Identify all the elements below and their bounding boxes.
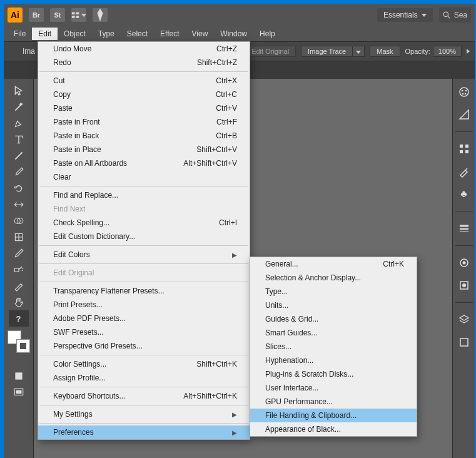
pref-menu-item[interactable]: Selection & Anchor Display...: [250, 271, 417, 285]
edit-menu-item: Find Next: [38, 202, 250, 216]
edit-menu-item[interactable]: Undo MoveCtrl+Z: [38, 42, 250, 56]
edit-menu-item[interactable]: Adobe PDF Presets...: [38, 312, 250, 325]
menu-item-label: My Settings: [53, 410, 93, 419]
arrange-documents-button[interactable]: [71, 8, 86, 22]
tool-symbol-sprayer[interactable]: [9, 262, 29, 278]
workspace-switcher[interactable]: Essentials: [377, 8, 433, 22]
edit-menu-item[interactable]: Paste in PlaceShift+Ctrl+V: [38, 143, 250, 156]
panel-swatches-icon[interactable]: [457, 142, 471, 156]
menu-file[interactable]: File: [8, 28, 32, 40]
edit-menu-item[interactable]: My Settings▶: [38, 407, 250, 421]
menu-object[interactable]: Object: [58, 28, 92, 40]
edit-menu-item[interactable]: Keyboard Shortcuts...Alt+Shift+Ctrl+K: [38, 389, 250, 403]
image-trace-button[interactable]: Image Trace: [301, 46, 365, 57]
panel-appearance-icon[interactable]: [457, 256, 471, 270]
tool-slice[interactable]: [9, 278, 29, 294]
menu-item-label: Paste on All Artboards: [53, 159, 127, 168]
menu-item-shortcut: Shift+Ctrl+Z: [197, 58, 237, 67]
pref-menu-item[interactable]: GPU Performance...: [250, 395, 417, 409]
edit-menu-item[interactable]: CopyCtrl+C: [38, 88, 250, 101]
menu-item-shortcut: Ctrl+Z: [216, 44, 237, 53]
gpu-button[interactable]: [93, 8, 108, 22]
edit-menu-item[interactable]: Edit Colors▶: [38, 248, 250, 262]
edit-menu-item[interactable]: Transparency Flattener Presets...: [38, 284, 250, 298]
menu-window[interactable]: Window: [214, 28, 253, 40]
pref-menu-item[interactable]: User Interface...: [250, 381, 417, 395]
pref-menu-item[interactable]: Slices...: [250, 340, 417, 354]
tool-hand[interactable]: [9, 294, 29, 310]
menu-item-label: Guides & Grid...: [265, 315, 318, 323]
panel-symbols-icon[interactable]: ♣: [457, 187, 471, 201]
opacity-value[interactable]: 100%: [433, 46, 462, 57]
pref-menu-item[interactable]: Smart Guides...: [250, 326, 417, 340]
stroke-swatch[interactable]: [16, 339, 30, 353]
panel-brushes-icon[interactable]: [457, 165, 471, 178]
menu-effect[interactable]: Effect: [154, 28, 185, 40]
edit-menu-item[interactable]: Print Presets...: [38, 298, 250, 312]
edit-menu-item[interactable]: Check Spelling...Ctrl+I: [38, 216, 250, 230]
edit-original-button[interactable]: Edit Original: [245, 46, 296, 57]
bridge-button[interactable]: Br: [29, 8, 44, 22]
menu-item-shortcut: Ctrl+X: [216, 76, 237, 85]
tool-paintbrush[interactable]: [9, 164, 29, 180]
tool-screen-mode[interactable]: [9, 384, 29, 400]
tool-pen[interactable]: [9, 115, 29, 131]
pref-menu-item[interactable]: General...Ctrl+K: [250, 257, 417, 271]
edit-menu-item[interactable]: SWF Presets...: [38, 325, 250, 339]
pref-menu-item[interactable]: Units...: [250, 298, 417, 312]
panel-layers-icon[interactable]: [457, 313, 471, 327]
pref-menu-item[interactable]: Guides & Grid...: [250, 312, 417, 326]
tool-shape-builder[interactable]: [9, 213, 29, 229]
edit-menu-item[interactable]: RedoShift+Ctrl+Z: [38, 56, 250, 69]
edit-menu-item[interactable]: Paste on All ArtboardsAlt+Shift+Ctrl+V: [38, 156, 250, 170]
edit-menu-item[interactable]: Clear: [38, 170, 250, 184]
menu-item-label: Check Spelling...: [53, 218, 109, 227]
tool-type[interactable]: [9, 131, 29, 148]
pref-menu-item[interactable]: File Handling & Clipboard...: [250, 409, 417, 422]
tool-help[interactable]: ?: [9, 310, 29, 327]
opacity-control[interactable]: Opacity: 100%: [405, 46, 462, 57]
tool-draw-normal[interactable]: [9, 368, 29, 384]
tool-selection[interactable]: [9, 83, 29, 99]
tool-width[interactable]: [9, 196, 29, 213]
edit-menu-item[interactable]: PasteCtrl+V: [38, 101, 250, 115]
tool-mesh[interactable]: [9, 229, 29, 245]
panel-color-guide-icon[interactable]: [457, 108, 471, 121]
panel-color-icon[interactable]: [457, 85, 471, 99]
chevron-down-icon: [356, 51, 361, 54]
mask-button[interactable]: Mask: [370, 46, 400, 57]
tool-line[interactable]: [9, 148, 29, 164]
edit-menu-item[interactable]: Paste in BackCtrl+B: [38, 129, 250, 143]
edit-menu-item[interactable]: Assign Profile...: [38, 371, 250, 385]
stock-button[interactable]: St: [50, 8, 65, 22]
tool-magic-wand[interactable]: [9, 99, 29, 115]
search-box[interactable]: Sea: [439, 8, 471, 23]
menu-view[interactable]: View: [186, 28, 215, 40]
menu-select[interactable]: Select: [121, 28, 154, 40]
menu-type[interactable]: Type: [92, 28, 121, 40]
panel-graphic-styles-icon[interactable]: [457, 278, 471, 292]
color-swatches[interactable]: [6, 329, 31, 354]
menu-help[interactable]: Help: [253, 28, 281, 40]
tool-eyedropper[interactable]: [9, 245, 29, 262]
pref-menu-item[interactable]: Plug-ins & Scratch Disks...: [250, 367, 417, 381]
pref-menu-item[interactable]: Type...: [250, 285, 417, 298]
svg-line-6: [15, 152, 22, 159]
edit-menu-item[interactable]: Preferences▶: [38, 425, 250, 439]
tool-rotate[interactable]: [9, 180, 29, 196]
edit-menu-item[interactable]: Perspective Grid Presets...: [38, 339, 250, 353]
edit-menu-item[interactable]: CutCtrl+X: [38, 74, 250, 88]
submenu-arrow-icon: ▶: [232, 411, 237, 418]
panel-artboards-icon[interactable]: [457, 335, 471, 349]
edit-menu-item[interactable]: Edit Custom Dictionary...: [38, 230, 250, 243]
edit-menu-item[interactable]: Find and Replace...: [38, 188, 250, 202]
edit-menu-item[interactable]: Color Settings...Shift+Ctrl+K: [38, 357, 250, 371]
pref-menu-item[interactable]: Appearance of Black...: [250, 422, 417, 436]
menu-edit[interactable]: Edit: [32, 28, 58, 40]
pref-menu-item[interactable]: Hyphenation...: [250, 354, 417, 367]
more-options-icon[interactable]: [467, 49, 470, 54]
edit-menu-item[interactable]: Paste in FrontCtrl+F: [38, 115, 250, 129]
svg-rect-1: [76, 12, 79, 14]
svg-rect-22: [465, 145, 468, 148]
panel-stroke-icon[interactable]: [457, 221, 471, 235]
